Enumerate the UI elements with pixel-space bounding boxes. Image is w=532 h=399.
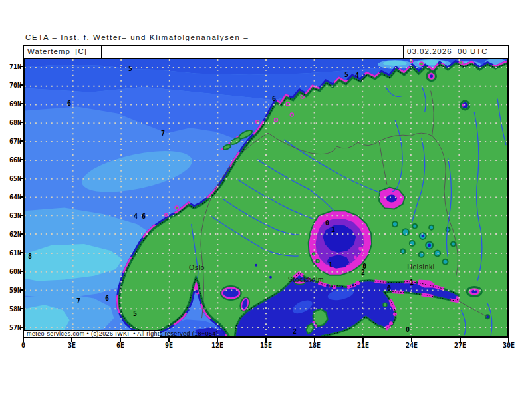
contour-value-label: 1 <box>331 226 335 233</box>
city-label: Oslo <box>189 263 205 271</box>
lon-tick-label: 3E <box>68 342 76 349</box>
contour-value-label: 4 <box>134 213 138 220</box>
contour-value-label: 0 <box>406 326 410 333</box>
institute-title: CETA – Inst. f. Wetter– und Klimafolgena… <box>25 33 249 41</box>
lon-tick-label: 0 <box>21 342 25 349</box>
contour-value-label: 6 <box>67 100 71 107</box>
contour-value-label: 2 <box>361 269 365 276</box>
parameter-label: Watertemp_[C] <box>27 47 87 55</box>
lon-tickmark <box>120 338 121 342</box>
lon-tickmark <box>508 338 509 342</box>
contour-value-label: 0 <box>325 219 329 227</box>
datetime-label: 03.02.2026 00 UTC <box>407 47 488 55</box>
contour-value-label: 7 <box>76 297 80 305</box>
weather-map-page: CETA – Inst. f. Wetter– und Klimafolgena… <box>0 0 532 399</box>
lon-tick-label: 15E <box>260 342 272 349</box>
contour-value-label: 5 <box>344 71 348 78</box>
lon-tick-label: 21E <box>357 342 369 349</box>
contour-value-label: 8 <box>28 253 32 260</box>
lon-tickmark <box>314 338 315 342</box>
lat-tickmark <box>20 196 23 198</box>
lon-tickmark <box>23 338 24 342</box>
map-border <box>23 58 509 338</box>
contour-value-label: 6 <box>105 295 109 302</box>
lon-tick-label: 12E <box>211 342 223 349</box>
lon-tick-label: 6E <box>116 342 124 349</box>
lon-tickmark <box>362 338 364 342</box>
lat-tickmark <box>20 103 23 104</box>
lon-tick-label: 18E <box>309 342 321 349</box>
contour-value-label: 0 <box>387 285 391 292</box>
header-divider-left <box>101 45 102 58</box>
contour-value-label: 5 <box>128 65 132 72</box>
lat-tickmark <box>20 84 23 86</box>
lat-tickmark <box>20 308 23 309</box>
contour-value-label: 4 <box>355 72 359 79</box>
lon-tick-label: 30E <box>503 342 515 349</box>
city-label: Helsinki <box>407 263 435 271</box>
contour-value-label: 1 <box>410 279 414 286</box>
contour-value-label: 1 <box>329 261 332 269</box>
contour-value-label: 7 <box>161 130 165 137</box>
contour-value-label: 5 <box>133 310 137 317</box>
lat-tickmark <box>20 159 23 160</box>
contour-value-label: 6 <box>142 213 146 220</box>
header-divider-right <box>403 45 404 58</box>
lon-tickmark <box>71 338 72 342</box>
lon-tickmark <box>265 338 267 342</box>
contour-value-label: 6 <box>272 95 276 102</box>
lat-tickmark <box>20 178 23 179</box>
lon-tick-label: 27E <box>454 342 466 349</box>
lat-tickmark <box>20 66 23 67</box>
lat-tickmark <box>20 252 23 253</box>
lat-tickmark <box>20 289 23 291</box>
lat-tickmark <box>20 327 23 328</box>
lon-tick-label: 24E <box>406 342 418 349</box>
contour-value-label: 2 <box>293 328 297 335</box>
lat-tickmark <box>20 271 23 272</box>
lat-tickmark <box>20 215 23 216</box>
copyright-text: meteo-services.com • (c)2026 IWKF • All … <box>27 331 218 337</box>
lon-tickmark <box>411 338 412 342</box>
lon-tickmark <box>217 338 218 342</box>
lat-tickmark <box>20 233 23 235</box>
lat-tickmark <box>20 122 23 123</box>
city-label: Stockholm <box>288 275 324 283</box>
lon-tickmark <box>460 338 461 342</box>
lon-tick-label: 9E <box>165 342 173 349</box>
lon-tickmark <box>168 338 170 342</box>
lat-tickmark <box>20 140 23 142</box>
